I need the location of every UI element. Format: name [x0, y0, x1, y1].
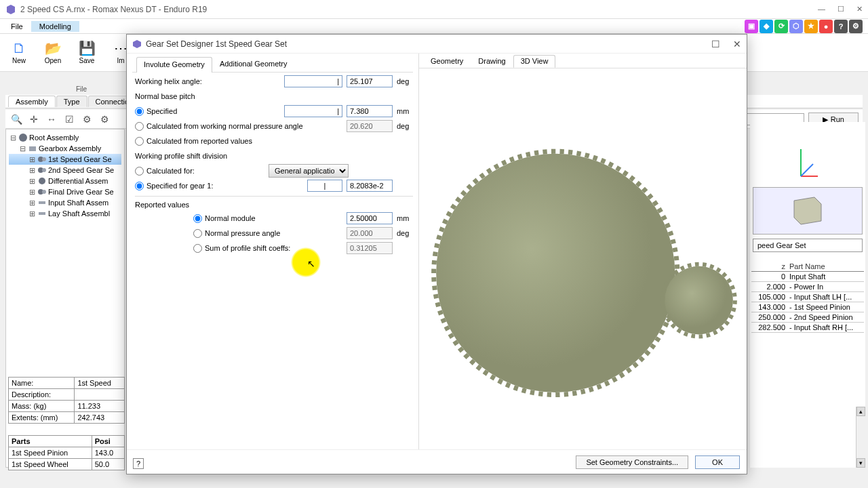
- tab-involute-geometry[interactable]: Involute Geometry: [136, 57, 212, 73]
- axis-indicator-icon[interactable]: [794, 142, 821, 183]
- gear-render: [419, 68, 747, 449]
- tree-final-drive[interactable]: ⊞Final Drive Gear Se: [9, 186, 121, 197]
- specified-extra-input[interactable]: [284, 105, 342, 117]
- side-tool-5[interactable]: ★: [804, 20, 818, 33]
- spec-gear1-input[interactable]: [347, 180, 393, 192]
- svg-point-16: [665, 266, 733, 335]
- working-helix-extra-input[interactable]: [284, 75, 342, 87]
- scroll-down-icon[interactable]: ▾: [856, 458, 865, 468]
- side-tool-2[interactable]: ◆: [760, 20, 773, 33]
- radio-calculated-for[interactable]: [135, 167, 144, 176]
- properties-table: Name:1st Speed Description: Mass: (kg)11…: [8, 377, 125, 424]
- gear2-icon[interactable]: ⚙: [98, 113, 111, 126]
- pointer-icon[interactable]: ↔: [45, 113, 58, 126]
- label-reported-values: Reported values: [135, 201, 413, 209]
- specified-input[interactable]: [347, 105, 393, 117]
- settings-icon[interactable]: ⚙: [849, 20, 863, 33]
- form-panel: Involute Geometry Additional Geometry Wo…: [127, 54, 418, 449]
- viewtab-drawing[interactable]: Drawing: [471, 55, 513, 68]
- side-tool-4[interactable]: ⬡: [789, 20, 803, 33]
- help-icon[interactable]: ?: [834, 20, 848, 33]
- new-button[interactable]: 🗋New: [3, 39, 35, 66]
- radio-sum-profile-shift[interactable]: [193, 244, 202, 253]
- side-tool-6[interactable]: ●: [819, 20, 833, 33]
- right-panel: peed Gear Set zPart Name 0Input Shaft 2.…: [750, 122, 865, 468]
- radio-calc-reported[interactable]: [135, 137, 144, 146]
- svg-rect-1: [29, 146, 36, 151]
- radio-specified-gear1[interactable]: [135, 182, 144, 190]
- calc-wnpa-value: [347, 120, 393, 132]
- tree-input-shaft[interactable]: ⊞Input Shaft Assem: [9, 197, 121, 208]
- gear-set-designer-dialog: Gear Set Designer 1st Speed Gear Set ☐ ✕…: [126, 34, 747, 474]
- radio-specified[interactable]: [135, 107, 144, 116]
- tree-2nd-speed[interactable]: ⊞2nd Speed Gear Se: [9, 165, 121, 176]
- scroll-up-icon[interactable]: ▴: [856, 407, 865, 416]
- menubar: File Modelling ▣ ◆ ⟳ ⬡ ★ ● ? ⚙: [0, 19, 868, 34]
- dialog-titlebar: Gear Set Designer 1st Speed Gear Set ☐ ✕: [127, 35, 747, 54]
- normal-module-input[interactable]: [347, 212, 393, 224]
- gear-3d-viewport[interactable]: [419, 68, 747, 449]
- svg-line-13: [801, 164, 813, 176]
- ok-button[interactable]: OK: [695, 455, 740, 469]
- radio-normal-module[interactable]: [193, 214, 202, 223]
- label-wpsd: Working profile shift division: [135, 152, 413, 160]
- menu-modelling[interactable]: Modelling: [31, 21, 79, 32]
- tree-1st-speed[interactable]: ⊞1st Speed Gear Se: [9, 154, 121, 165]
- window-minimize-icon[interactable]: —: [818, 5, 825, 14]
- dialog-logo-icon: [132, 39, 142, 49]
- tab-type[interactable]: Type: [56, 96, 87, 107]
- tab-additional-geometry[interactable]: Additional Geometry: [212, 56, 295, 72]
- radio-normal-pressure-angle[interactable]: [193, 229, 202, 238]
- svg-point-15: [436, 154, 675, 392]
- svg-rect-9: [39, 201, 45, 204]
- svg-rect-10: [39, 212, 45, 215]
- window-close-icon[interactable]: ✕: [856, 5, 863, 14]
- save-button[interactable]: 💾Save: [71, 39, 103, 66]
- label-working-helix: Working helix angle:: [135, 77, 284, 85]
- tree-gearbox[interactable]: ⊟Gearbox Assembly: [9, 143, 121, 154]
- dialog-maximize-icon[interactable]: ☐: [711, 39, 720, 49]
- svg-point-3: [42, 157, 46, 161]
- ribbon-group-label: File: [76, 85, 87, 93]
- svg-point-6: [39, 178, 45, 184]
- app-logo-icon: [5, 4, 16, 15]
- parts-z-table: zPart Name 0Input Shaft 2.000- Power In …: [751, 262, 864, 333]
- svg-point-8: [42, 190, 46, 194]
- svg-point-5: [42, 168, 46, 172]
- mini-3d-view[interactable]: [753, 187, 863, 235]
- right-panel-scrollbar[interactable]: ▴ ▾: [856, 407, 865, 468]
- set-geometry-constraints-button[interactable]: Set Geometry Constraints...: [576, 455, 688, 469]
- calculated-for-dropdown[interactable]: General applications: [269, 164, 349, 178]
- svg-point-0: [19, 134, 27, 142]
- open-button[interactable]: 📂Open: [37, 39, 69, 66]
- tree-lay-shaft[interactable]: ⊞Lay Shaft Assembl: [9, 208, 121, 219]
- zoom-icon[interactable]: 🔍: [9, 113, 23, 126]
- app-title: 2 Speed CS A.rnx - Romax Nexus DT - Endu…: [20, 5, 818, 14]
- dialog-help-icon[interactable]: ?: [133, 458, 144, 469]
- label-normal-base-pitch: Normal base pitch: [135, 92, 413, 100]
- svg-marker-14: [794, 197, 821, 224]
- check-icon[interactable]: ☑: [62, 113, 76, 126]
- app-titlebar: 2 Speed CS A.rnx - Romax Nexus DT - Endu…: [0, 0, 868, 19]
- window-maximize-icon[interactable]: ☐: [837, 5, 844, 14]
- menu-file[interactable]: File: [3, 21, 31, 32]
- side-tool-3[interactable]: ⟳: [774, 20, 788, 33]
- viewtab-3d[interactable]: 3D View: [513, 55, 556, 68]
- dialog-title: Gear Set Designer 1st Speed Gear Set: [146, 39, 701, 49]
- working-helix-input[interactable]: [347, 75, 393, 87]
- side-tool-1[interactable]: ▣: [745, 20, 758, 33]
- tree-root[interactable]: ⊟Root Assembly: [9, 132, 121, 143]
- sum-profile-shift-value: [347, 242, 393, 254]
- target-icon[interactable]: ✛: [27, 113, 41, 126]
- tab-assembly[interactable]: Assembly: [8, 96, 56, 107]
- radio-calc-wnpa[interactable]: [135, 122, 144, 131]
- normal-pressure-angle-value: [347, 227, 393, 239]
- tree-differential[interactable]: ⊞Differential Assem: [9, 176, 121, 186]
- spec-gear1-extra-input[interactable]: [307, 180, 342, 192]
- view-panel: Geometry Drawing 3D View: [418, 54, 747, 449]
- selection-name: peed Gear Set: [753, 239, 863, 252]
- dialog-close-icon[interactable]: ✕: [733, 39, 741, 49]
- parts-table: PartsPosi 1st Speed Pinion143.0 1st Spee…: [8, 435, 125, 470]
- gear1-icon[interactable]: ⚙: [80, 113, 94, 126]
- viewtab-geometry[interactable]: Geometry: [423, 55, 471, 68]
